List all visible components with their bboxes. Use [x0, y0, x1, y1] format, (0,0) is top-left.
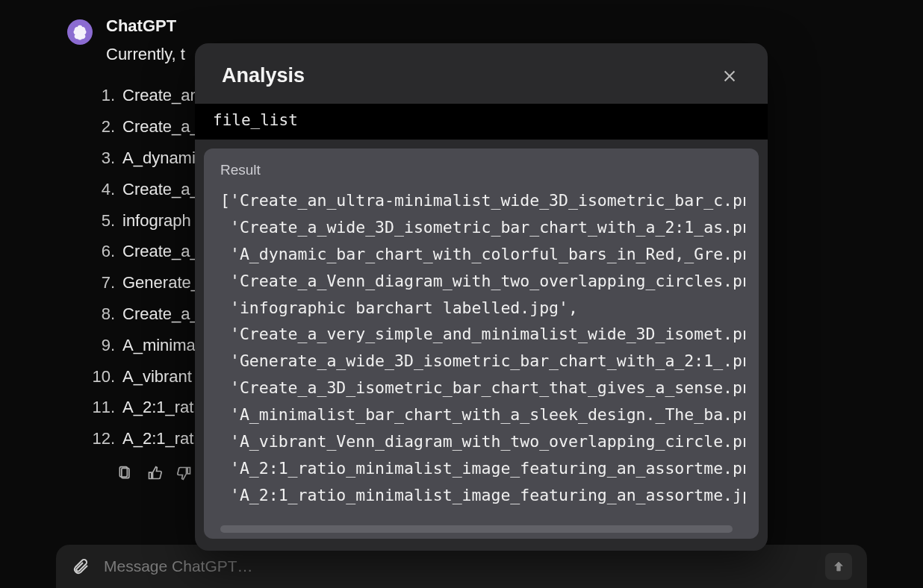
attach-button[interactable] [71, 557, 90, 576]
close-button[interactable] [718, 65, 741, 87]
openai-logo-icon [72, 24, 88, 40]
result-label: Result [220, 162, 745, 178]
thumbs-down-icon [177, 466, 192, 481]
clipboard-icon [117, 466, 132, 481]
paperclip-icon [72, 557, 90, 575]
assistant-avatar [67, 19, 93, 45]
copy-button[interactable] [115, 463, 134, 483]
modal-title: Analysis [222, 64, 305, 87]
result-panel: Result ['Create_an_ultra-minimalist_wide… [204, 148, 759, 539]
thumbs-up-icon [147, 466, 162, 481]
close-icon [721, 68, 738, 84]
modal-header: Analysis [195, 43, 768, 104]
message-input[interactable] [104, 557, 812, 575]
thumbs-down-button[interactable] [175, 463, 194, 483]
horizontal-scrollbar[interactable] [220, 525, 733, 533]
compose-bar [56, 545, 867, 588]
author-name: ChatGPT [106, 16, 923, 36]
arrow-up-icon [832, 560, 845, 573]
result-output[interactable]: ['Create_an_ultra-minimalist_wide_3D_iso… [220, 187, 745, 509]
code-input: file_list [195, 104, 768, 140]
send-button[interactable] [825, 553, 852, 580]
thumbs-up-button[interactable] [145, 463, 164, 483]
analysis-modal: Analysis file_list Result ['Create_an_ul… [195, 43, 768, 551]
